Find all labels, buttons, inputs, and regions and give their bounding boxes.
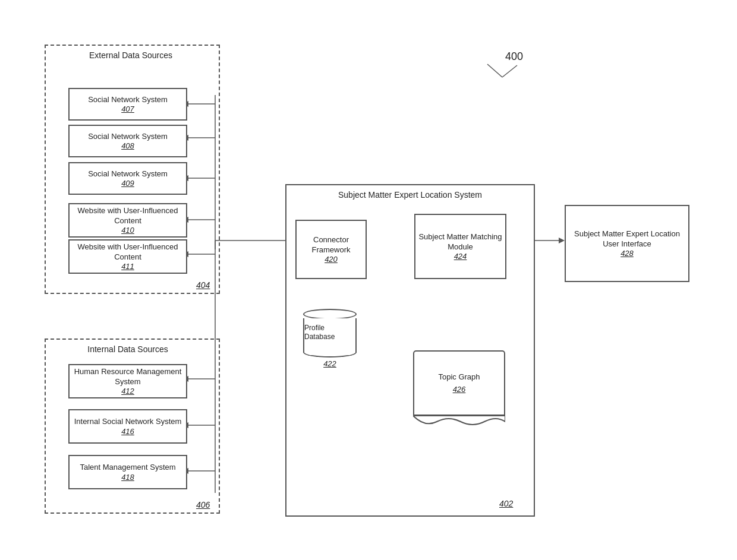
- box-407: Social Network System 407: [68, 88, 187, 121]
- topic-graph-box: Topic Graph 426: [413, 350, 505, 416]
- ref-406-label: 406: [196, 500, 210, 510]
- internal-data-sources-label: Internal Data Sources: [77, 344, 178, 354]
- ref-400-label: 400: [505, 50, 523, 63]
- box-412: Human Resource Management System 412: [68, 364, 187, 398]
- matching-module-box: Subject Matter Matching Module 424: [414, 214, 506, 279]
- box-408: Social Network System 408: [68, 125, 187, 157]
- ui-box: Subject Matter Expert Location User Inte…: [565, 205, 689, 282]
- svg-line-0: [502, 65, 517, 77]
- box-410: Website with User-Influenced Content 410: [68, 203, 187, 238]
- ref-402-label: 402: [499, 499, 513, 508]
- connector-framework-box: Connector Framework 420: [295, 220, 367, 279]
- svg-line-1: [487, 64, 502, 77]
- svg-marker-33: [559, 238, 565, 243]
- ref-404-label: 404: [196, 280, 210, 290]
- box-411: Website with User-Influenced Content 411: [68, 239, 187, 274]
- diagram-container: 400 External Data Sources Social Network…: [0, 0, 737, 560]
- expert-location-system-label: Subject Matter Expert Location System: [291, 190, 529, 200]
- external-data-sources-label: External Data Sources: [83, 50, 178, 60]
- profile-database: Profile Database 422: [303, 309, 357, 368]
- box-418: Talent Management System 418: [68, 455, 187, 489]
- topic-graph-wave: [413, 416, 505, 428]
- box-416: Internal Social Network System 416: [68, 409, 187, 444]
- box-409: Social Network System 409: [68, 162, 187, 195]
